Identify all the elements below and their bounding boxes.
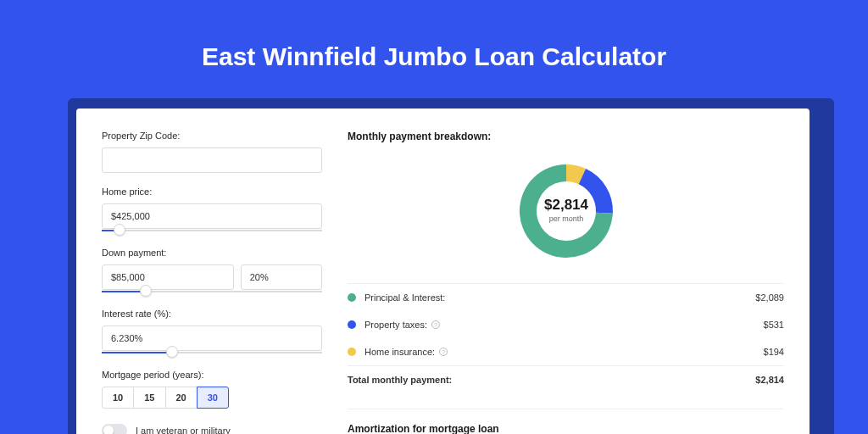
breakdown-list: Principal & Interest:$2,089Property taxe…	[348, 283, 784, 393]
price-input[interactable]	[102, 203, 322, 229]
breakdown-label: Principal & Interest:	[364, 292, 755, 303]
total-label: Total monthly payment:	[348, 375, 755, 385]
legend-dot	[348, 348, 356, 356]
period-segment: 10152030	[102, 387, 322, 409]
results-column: Monthly payment breakdown: $2,814 per mo…	[348, 131, 784, 434]
breakdown-row: Principal & Interest:$2,089	[348, 284, 784, 311]
down-label: Down payment:	[102, 248, 322, 258]
breakdown-value: $531	[764, 320, 784, 330]
amort-title: Amortization for mortgage loan	[348, 423, 784, 434]
breakdown-label: Home insurance: ?	[364, 347, 764, 357]
period-label: Mortgage period (years):	[102, 370, 322, 380]
donut-chart: $2,814 per month	[348, 156, 784, 266]
rate-label: Interest rate (%):	[102, 309, 322, 319]
period-option-15[interactable]: 15	[133, 387, 165, 409]
period-field: Mortgage period (years): 10152030	[102, 370, 322, 409]
breakdown-label: Property taxes: ?	[364, 320, 764, 330]
price-slider[interactable]	[102, 227, 322, 234]
price-label: Home price:	[102, 186, 322, 197]
toggle-knob	[103, 426, 114, 434]
veteran-label: I am veteran or military	[136, 426, 231, 434]
donut-sub: per month	[548, 214, 583, 223]
down-amount-input[interactable]	[102, 264, 234, 290]
veteran-toggle[interactable]	[102, 424, 127, 434]
info-icon[interactable]: ?	[439, 348, 448, 356]
rate-field: Interest rate (%):	[102, 309, 322, 356]
price-field: Home price:	[102, 186, 322, 234]
down-slider[interactable]	[102, 288, 322, 295]
rate-slider[interactable]	[102, 349, 322, 356]
breakdown-row: Home insurance: ?$194	[348, 338, 784, 365]
breakdown-value: $194	[764, 347, 784, 357]
veteran-row: I am veteran or military	[102, 424, 322, 434]
calculator-card: Property Zip Code: Home price: Down paym…	[76, 108, 810, 434]
down-field: Down payment:	[102, 248, 322, 295]
period-option-30[interactable]: 30	[197, 387, 229, 409]
zip-input[interactable]	[102, 147, 322, 173]
period-option-10[interactable]: 10	[102, 387, 134, 409]
legend-dot	[348, 320, 356, 329]
breakdown-total-row: Total monthly payment:$2,814	[348, 365, 784, 393]
period-option-20[interactable]: 20	[165, 387, 198, 409]
legend-dot	[348, 293, 356, 302]
breakdown-value: $2,089	[755, 292, 784, 303]
rate-input[interactable]	[102, 326, 322, 351]
down-pct-input[interactable]	[241, 264, 322, 290]
breakdown-title: Monthly payment breakdown:	[348, 131, 784, 142]
form-column: Property Zip Code: Home price: Down paym…	[102, 131, 322, 434]
page-title: East Winnfield Jumbo Loan Calculator	[0, 0, 868, 95]
total-value: $2,814	[755, 375, 784, 385]
zip-label: Property Zip Code:	[102, 131, 322, 141]
breakdown-row: Property taxes: ?$531	[348, 311, 784, 338]
donut-value: $2,814	[544, 197, 589, 213]
divider	[348, 409, 784, 409]
info-icon[interactable]: ?	[431, 320, 440, 329]
zip-field: Property Zip Code:	[102, 131, 322, 173]
